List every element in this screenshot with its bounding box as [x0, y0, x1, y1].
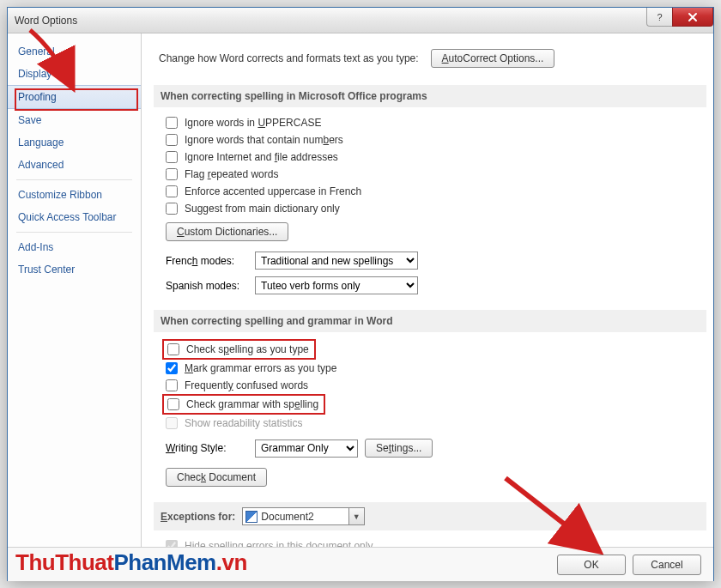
opt-ignore-numbers[interactable]: Ignore words that contain numbers: [166, 131, 706, 149]
opt-flag-repeated[interactable]: Flag repeated words: [166, 166, 706, 183]
close-icon: [688, 12, 698, 22]
spanish-modes-select[interactable]: Tuteo verb forms only: [255, 276, 418, 294]
highlight-check-grammar-spelling: Check grammar with spelling: [162, 394, 325, 415]
checkbox-check-spelling[interactable]: [167, 343, 179, 355]
sidebar-item-display[interactable]: Display: [8, 63, 141, 85]
checkbox-confused-words[interactable]: [166, 379, 178, 391]
writing-style-label: Writing Style:: [166, 442, 248, 454]
checkbox-ignore-numbers[interactable]: [166, 134, 178, 146]
custom-dictionaries-button[interactable]: Custom Dictionaries...: [166, 222, 288, 241]
help-button[interactable]: ?: [646, 8, 672, 27]
opt-readability: Show readability statistics: [166, 415, 706, 432]
opt-check-spelling[interactable]: Check spelling as you type: [164, 341, 314, 358]
section-word-header: When correcting spelling and grammar in …: [154, 310, 706, 332]
sidebar-item-advanced[interactable]: Advanced: [8, 154, 141, 176]
sidebar-divider-2: [16, 232, 132, 233]
titlebar: Word Options ?: [8, 8, 713, 33]
opt-ignore-uppercase[interactable]: Ignore words in UPPERCASE: [166, 114, 706, 131]
spanish-modes-label: Spanish modes:: [166, 280, 248, 292]
close-button[interactable]: [672, 8, 713, 27]
section-office-body: Ignore words in UPPERCASE Ignore words t…: [154, 114, 706, 306]
checkbox-ignore-uppercase[interactable]: [166, 117, 178, 129]
window-title: Word Options: [15, 15, 77, 27]
writing-style-select[interactable]: Grammar Only: [255, 439, 358, 458]
checkbox-main-dict[interactable]: [166, 203, 178, 215]
opt-check-grammar-spelling[interactable]: Check grammar with spelling: [164, 396, 324, 413]
french-modes-label: French modes:: [166, 255, 248, 267]
section-exceptions-header: Exceptions for: Document2 ▼: [154, 502, 706, 530]
section-word-body: Check spelling as you type Mark grammar …: [154, 339, 706, 499]
opt-ignore-internet[interactable]: Ignore Internet and file addresses: [166, 149, 706, 166]
sidebar: General Display Proofing Save Language A…: [8, 33, 142, 547]
content-scroll[interactable]: Change how Word corrects and formats tex…: [142, 33, 713, 547]
opt-mark-grammar[interactable]: Mark grammar errors as you type: [166, 360, 706, 377]
sidebar-divider-1: [16, 179, 132, 180]
sidebar-item-proofing[interactable]: Proofing: [8, 85, 141, 109]
checkbox-french-accent[interactable]: [166, 185, 178, 197]
sidebar-item-customize-ribbon[interactable]: Customize Ribbon: [8, 184, 141, 206]
opt-confused-words[interactable]: Frequently confused words: [166, 377, 706, 394]
checkbox-mark-grammar[interactable]: [166, 362, 178, 374]
intro-text: Change how Word corrects and formats tex…: [159, 52, 419, 64]
sidebar-item-general[interactable]: General: [8, 40, 141, 63]
opt-main-dict[interactable]: Suggest from main dictionary only: [166, 200, 706, 217]
cancel-button[interactable]: Cancel: [633, 555, 701, 575]
watermark: ThuThuatPhanMem.vn: [15, 549, 247, 576]
content-panel: Change how Word corrects and formats tex…: [142, 33, 713, 547]
sidebar-item-add-ins[interactable]: Add-Ins: [8, 236, 141, 258]
settings-button[interactable]: Settings...: [365, 439, 433, 458]
titlebar-buttons: ?: [646, 8, 713, 27]
intro-row: Change how Word corrects and formats tex…: [154, 40, 706, 82]
highlight-check-spelling: Check spelling as you type: [162, 339, 316, 360]
checkbox-check-grammar-spelling[interactable]: [167, 398, 179, 410]
autocorrect-options-button[interactable]: AutoCorrect Options...: [431, 49, 555, 68]
sidebar-item-quick-access-toolbar[interactable]: Quick Access Toolbar: [8, 206, 141, 228]
sidebar-item-language[interactable]: Language: [8, 131, 141, 154]
dialog-body: General Display Proofing Save Language A…: [8, 33, 713, 547]
check-document-button[interactable]: Check Document: [166, 468, 267, 487]
checkbox-ignore-internet[interactable]: [166, 151, 178, 163]
document-icon: [245, 511, 258, 523]
french-modes-row: French modes: Traditional and new spelli…: [166, 248, 706, 273]
section-exceptions-body: Hide spelling errors in this document on…: [154, 537, 706, 547]
opt-hide-spelling: Hide spelling errors in this document on…: [166, 537, 706, 547]
section-office-header: When correcting spelling in Microsoft Of…: [154, 85, 706, 107]
sidebar-item-trust-center[interactable]: Trust Center: [8, 258, 141, 281]
sidebar-item-save[interactable]: Save: [8, 109, 141, 131]
opt-french-accent[interactable]: Enforce accented uppercase in French: [166, 183, 706, 200]
exceptions-document-select[interactable]: Document2 ▼: [242, 507, 364, 525]
chevron-down-icon: ▼: [348, 508, 364, 524]
checkbox-hide-spelling: [166, 540, 178, 547]
word-options-dialog: Word Options ? General Display Proofing …: [7, 7, 714, 581]
writing-style-row: Writing Style: Grammar Only Settings...: [166, 432, 706, 461]
checkbox-flag-repeated[interactable]: [166, 168, 178, 180]
french-modes-select[interactable]: Traditional and new spellings: [255, 252, 418, 270]
spanish-modes-row: Spanish modes: Tuteo verb forms only: [166, 273, 706, 298]
ok-button[interactable]: OK: [557, 555, 626, 575]
checkbox-readability: [166, 417, 178, 429]
